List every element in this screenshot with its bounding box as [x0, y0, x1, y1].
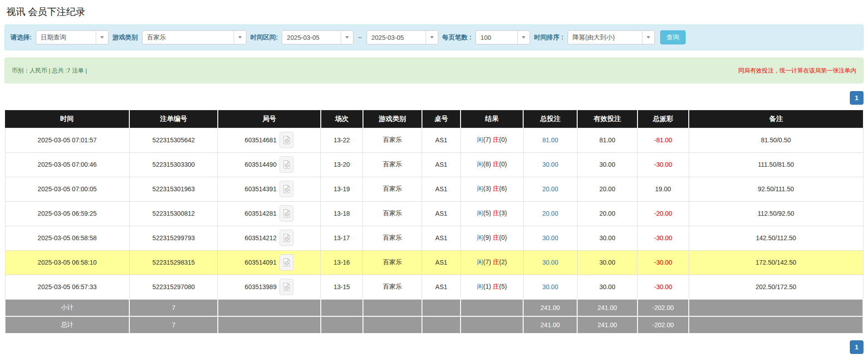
video-replay-button[interactable] [280, 205, 294, 222]
table-header: 时间 注单编号 局号 场次 游戏类别 桌号 结果 总投注 有效投注 总派彩 备注 [5, 110, 863, 128]
cell-result: 闲(8) 庄(0) [461, 152, 523, 177]
total-bet-link[interactable]: 30.00 [542, 234, 558, 242]
banker-result-label: 庄 [493, 209, 499, 217]
player-result-label: 闲 [477, 209, 483, 217]
video-replay-button[interactable] [280, 279, 294, 295]
banker-result-label: 庄 [493, 185, 499, 192]
cell-round-id: 603514490 [218, 152, 321, 177]
pagination-page-1-button[interactable]: 1 [850, 91, 863, 105]
subtotal-label: 小计 [5, 299, 129, 316]
film-document-icon [283, 233, 290, 242]
cell-valid-bet: 30.00 [577, 275, 637, 299]
cell-game-type: 百家乐 [363, 152, 422, 177]
player-result-count: (5) [483, 209, 493, 217]
table-totals: 小计 7 241.00 241.00 -202.00 总计 7 241.00 2… [5, 299, 863, 334]
total-bet-link[interactable]: 20.00 [542, 185, 558, 193]
banker-result-count: (0) [499, 136, 507, 143]
cell-bet-id: 522315303300 [129, 152, 218, 177]
cell-remark: 202.50/172.50 [689, 275, 863, 299]
pagination-bottom: 1 [5, 340, 863, 354]
cell-round-id: 603514212 [218, 226, 321, 250]
cell-session: 13-20 [321, 152, 363, 177]
cell-total-bet: 81.00 [523, 128, 577, 152]
video-replay-button[interactable] [280, 230, 294, 246]
cell-game-type: 百家乐 [363, 250, 422, 275]
banker-result-count: (2) [499, 258, 507, 266]
total-label: 总计 [5, 316, 129, 334]
video-replay-button[interactable] [280, 254, 294, 271]
chevron-down-icon[interactable] [341, 31, 353, 44]
round-id-text: 603513989 [245, 283, 276, 290]
header-table-no: 桌号 [422, 110, 461, 128]
cell-result: 闲(9) 庄(0) [461, 226, 523, 250]
chevron-down-icon[interactable] [426, 31, 438, 44]
cell-table-no: AS1 [422, 128, 461, 152]
sort-order-value: 降冪(由大到小) [568, 31, 642, 44]
total-bet-link[interactable]: 30.00 [542, 161, 558, 168]
cell-payout: -81.00 [638, 128, 689, 152]
cell-game-type: 百家乐 [363, 201, 422, 226]
pagination-page-1-button[interactable]: 1 [850, 340, 863, 354]
cell-valid-bet: 20.00 [577, 201, 637, 226]
chevron-down-icon[interactable] [96, 31, 108, 44]
range-separator: ~ [358, 34, 362, 41]
cell-payout: 19.00 [638, 177, 689, 201]
cell-session: 13-18 [321, 201, 363, 226]
film-document-icon [283, 184, 290, 194]
page-size-dropdown[interactable]: 100 [476, 30, 530, 44]
cell-valid-bet: 81.00 [577, 128, 637, 152]
header-remark: 备注 [689, 110, 863, 128]
betting-records-page: 视讯 会员下注纪录 请选择: 日期查询 游戏类别 百家乐 时间区间: 2025-… [0, 0, 868, 354]
cell-valid-bet: 30.00 [577, 152, 637, 177]
game-type-label: 游戏类别 [113, 34, 138, 42]
total-bet-link[interactable]: 30.00 [542, 259, 558, 266]
banker-result-label: 庄 [493, 283, 499, 290]
banker-result-count: (0) [499, 234, 507, 241]
chevron-down-icon[interactable] [234, 31, 246, 44]
player-result-label: 闲 [477, 234, 483, 241]
total-bet-link[interactable]: 81.00 [542, 136, 558, 144]
cell-bet-id: 522315301963 [129, 177, 218, 201]
subtotal-row: 小计 7 241.00 241.00 -202.00 [5, 299, 863, 316]
query-type-dropdown[interactable]: 日期查询 [36, 30, 108, 44]
total-payout: -202.00 [638, 316, 689, 334]
cell-table-no: AS1 [422, 275, 461, 299]
sort-order-dropdown[interactable]: 降冪(由大到小) [568, 30, 655, 44]
query-type-value: 日期查询 [36, 31, 96, 44]
header-session: 场次 [321, 110, 363, 128]
game-type-dropdown[interactable]: 百家乐 [142, 30, 246, 44]
subtotal-total-bet: 241.00 [523, 299, 577, 316]
chevron-down-icon[interactable] [642, 31, 654, 44]
film-document-icon [283, 282, 290, 291]
round-id-text: 603514091 [245, 259, 276, 266]
video-replay-button[interactable] [280, 181, 294, 197]
subtotal-valid-bet: 241.00 [577, 299, 637, 316]
video-replay-button[interactable] [280, 132, 294, 148]
total-count: 7 [129, 316, 218, 334]
page-size-label: 每页笔数 : [442, 34, 472, 42]
cell-valid-bet: 30.00 [577, 250, 637, 275]
total-bet-link[interactable]: 20.00 [542, 210, 558, 217]
total-bet-link[interactable]: 30.00 [542, 283, 558, 290]
player-result-count: (9) [483, 234, 493, 241]
cell-result: 闲(7) 庄(0) [461, 128, 523, 152]
header-valid-bet: 有效投注 [577, 110, 637, 128]
date-from-dropdown[interactable]: 2025-03-05 [282, 30, 353, 44]
cell-result: 闲(7) 庄(2) [461, 250, 523, 275]
banker-result-label: 庄 [493, 136, 499, 143]
round-id-text: 603514391 [245, 185, 276, 193]
cell-total-bet: 30.00 [523, 275, 577, 299]
cell-round-id: 603514681 [218, 128, 321, 152]
search-button[interactable]: 查询 [660, 30, 686, 44]
cell-valid-bet: 30.00 [577, 226, 637, 250]
cell-table-no: AS1 [422, 250, 461, 275]
cell-table-no: AS1 [422, 226, 461, 250]
video-replay-button[interactable] [280, 156, 294, 173]
cell-remark: 81.50/0.50 [689, 128, 863, 152]
cell-game-type: 百家乐 [363, 128, 422, 152]
chevron-down-icon[interactable] [517, 31, 530, 44]
date-to-dropdown[interactable]: 2025-03-05 [367, 30, 438, 44]
cell-round-id: 603513989 [218, 275, 321, 299]
cell-total-bet: 30.00 [523, 250, 577, 275]
cell-payout: -20.00 [638, 201, 689, 226]
